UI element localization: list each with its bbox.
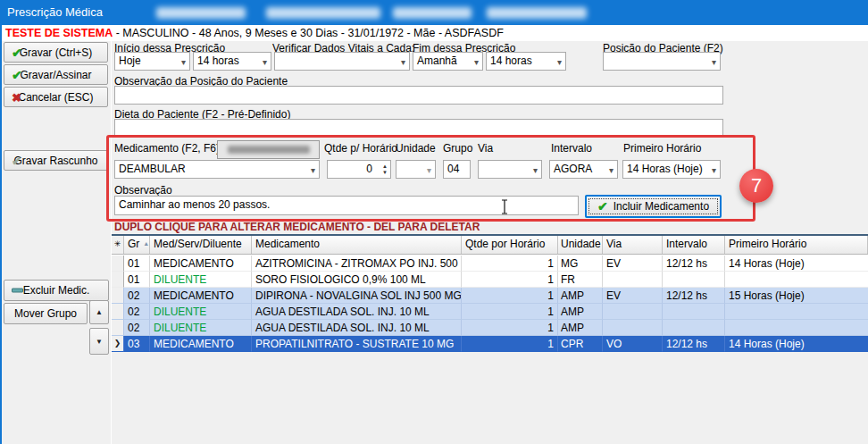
delete-medication-button[interactable]: Excluir Medic. bbox=[4, 280, 109, 301]
vitals-check-combo[interactable] bbox=[274, 52, 410, 71]
end-day-combo[interactable]: Amanhã bbox=[413, 52, 483, 71]
cell-unit: AMP bbox=[558, 304, 603, 320]
table-row[interactable]: 02DILUENTEAGUA DESTILADA SOL. INJ. 10 ML… bbox=[112, 304, 868, 320]
grid-hint-title: DUPLO CLIQUE PARA ALTERAR MEDICAMENTO - … bbox=[114, 221, 480, 233]
cell-interval bbox=[663, 320, 725, 336]
save-button[interactable]: ✔ Gravar (Ctrl+S) bbox=[4, 42, 108, 63]
table-row[interactable]: 01DILUENTESORO FISIOLOGICO 0,9% 100 ML1F… bbox=[112, 272, 868, 288]
check-icon: ✔ bbox=[12, 68, 22, 82]
group-input[interactable]: 04 bbox=[443, 160, 471, 179]
cancel-button[interactable]: ✖ Cancelar (ESC) bbox=[4, 87, 108, 107]
cell-unit: FR bbox=[558, 272, 603, 288]
cell-via bbox=[603, 304, 663, 320]
cell-unit: MG bbox=[558, 256, 603, 272]
move-group-label: Mover Grupo bbox=[14, 307, 77, 320]
qty-spinner[interactable]: 0 ▲ ▼ bbox=[327, 160, 391, 179]
column-header-unit[interactable]: Unidade bbox=[558, 236, 603, 254]
grid-header: ✳ Gr▲Med/Serv/DiluenteMedicamentoQtde po… bbox=[112, 236, 868, 255]
column-header-med[interactable]: Medicamento bbox=[252, 236, 462, 254]
cell-unit: AMP bbox=[558, 320, 603, 336]
grid-corner-icon[interactable]: ✳ bbox=[112, 236, 124, 254]
current-row-indicator[interactable]: ❯ bbox=[112, 336, 124, 352]
cell-interval bbox=[663, 272, 725, 288]
cell-unit: CPR bbox=[558, 336, 603, 352]
cell-med: SORO FISIOLOGICO 0,9% 100 ML bbox=[252, 272, 462, 288]
end-time-combo[interactable]: 14 horas bbox=[486, 52, 566, 71]
table-row[interactable]: 01MEDICAMENTOAZITROMICINA - ZITROMAX PO … bbox=[112, 256, 868, 272]
redacted-text bbox=[228, 146, 310, 154]
start-day-combo[interactable]: Hoje bbox=[114, 52, 190, 71]
save-draft-button-label: Gravar Rascunho bbox=[13, 155, 97, 167]
column-header-qty[interactable]: Qtde por Horário bbox=[462, 236, 558, 254]
column-header-gr[interactable]: Gr▲ bbox=[124, 236, 150, 254]
move-group-up-button[interactable]: ▲ bbox=[89, 300, 109, 324]
cell-qty: 1 bbox=[462, 336, 558, 352]
table-body: 01MEDICAMENTOAZITROMICINA - ZITROMAX PO … bbox=[112, 256, 868, 352]
redacted-text bbox=[266, 7, 380, 19]
cell-first bbox=[725, 320, 868, 336]
delete-medication-label: Excluir Medic. bbox=[23, 284, 90, 297]
move-group-down-button[interactable]: ▼ bbox=[89, 328, 109, 355]
table-row[interactable]: 02MEDICAMENTODIPIRONA - NOVALGINA SOL IN… bbox=[112, 288, 868, 304]
cell-med: AGUA DESTILADA SOL. INJ. 10 ML bbox=[252, 320, 462, 336]
first-time-label: Primeiro Horário bbox=[623, 142, 701, 155]
unit-combo[interactable] bbox=[396, 160, 436, 179]
annotation-badge: 7 bbox=[739, 169, 773, 203]
interval-combo[interactable]: AGORA bbox=[549, 160, 618, 179]
redacted-text bbox=[393, 7, 472, 19]
cell-type: DILUENTE bbox=[150, 320, 252, 336]
column-header-first[interactable]: Primeiro Horário bbox=[725, 236, 868, 254]
first-time-combo[interactable]: 14 Horas (Hoje) bbox=[622, 160, 721, 179]
row-selector[interactable] bbox=[112, 272, 124, 288]
row-selector[interactable] bbox=[112, 256, 124, 272]
patient-details: - MASCULINO - 48 Anos, 9 Meses e 30 Dias… bbox=[113, 27, 504, 39]
start-time-combo[interactable]: 14 horas bbox=[193, 52, 271, 71]
medication-table: ✳ Gr▲Med/Serv/DiluenteMedicamentoQtde po… bbox=[112, 234, 868, 351]
row-selector[interactable] bbox=[112, 320, 124, 336]
cell-gr: 02 bbox=[124, 320, 150, 336]
redacted-button[interactable] bbox=[217, 140, 320, 159]
cell-qty: 1 bbox=[462, 288, 558, 304]
row-selector[interactable] bbox=[112, 304, 124, 320]
via-label: Via bbox=[478, 142, 493, 155]
annotation-badge-number: 7 bbox=[751, 174, 762, 197]
column-header-via[interactable]: Via bbox=[603, 236, 663, 254]
cell-gr: 02 bbox=[124, 288, 150, 304]
include-medication-button[interactable]: ✔ Incluir Medicamento bbox=[585, 195, 722, 218]
save-draft-button[interactable]: ✔ Gravar Rascunho bbox=[4, 150, 108, 171]
cancel-button-label: Cancelar (ESC) bbox=[18, 91, 93, 104]
via-combo[interactable] bbox=[478, 160, 542, 179]
cell-qty: 1 bbox=[462, 320, 558, 336]
medication-combo[interactable]: DEAMBULAR bbox=[114, 160, 320, 179]
ibeam-cursor bbox=[500, 199, 509, 214]
save-sign-button[interactable]: ✔ Gravar/Assinar bbox=[4, 64, 108, 85]
patient-name: TESTE DE SISTEMA bbox=[5, 27, 113, 39]
cell-gr: 01 bbox=[124, 256, 150, 272]
spinner-up-icon[interactable]: ▲ bbox=[382, 163, 388, 169]
position-observation-input[interactable] bbox=[114, 86, 723, 105]
cell-via: EV bbox=[603, 288, 663, 304]
cell-type: MEDICAMENTO bbox=[150, 288, 252, 304]
column-header-type[interactable]: Med/Serv/Diluente bbox=[150, 236, 252, 254]
row-selector[interactable] bbox=[112, 288, 124, 304]
table-row[interactable]: ❯03MEDICAMENTOPROPATILNITRATO - SUSTRATE… bbox=[112, 336, 868, 352]
x-icon: ✖ bbox=[12, 90, 21, 104]
move-group-button[interactable]: Mover Grupo bbox=[4, 303, 88, 324]
redacted-text bbox=[156, 7, 246, 19]
group-label: Grupo bbox=[443, 142, 472, 155]
cell-qty: 1 bbox=[462, 304, 558, 320]
patient-position-combo[interactable] bbox=[603, 52, 721, 71]
window-left-border bbox=[0, 25, 2, 444]
observation-label: Observação bbox=[114, 184, 172, 197]
table-row[interactable]: 02DILUENTEAGUA DESTILADA SOL. INJ. 10 ML… bbox=[112, 320, 868, 336]
cell-via: VO bbox=[603, 336, 663, 352]
remove-icon bbox=[12, 289, 23, 293]
cell-gr: 02 bbox=[124, 304, 150, 320]
cell-med: AGUA DESTILADA SOL. INJ. 10 ML bbox=[252, 304, 462, 320]
save-button-label: Gravar (Ctrl+S) bbox=[20, 46, 93, 59]
observation-input[interactable]: Caminhar ao menos 20 passos. bbox=[114, 196, 579, 215]
medication-label: Medicamento (F2, F6) bbox=[114, 142, 220, 155]
diet-input[interactable] bbox=[114, 119, 723, 138]
column-header-interval[interactable]: Intervalo bbox=[663, 236, 725, 254]
spinner-down-icon[interactable]: ▼ bbox=[382, 170, 388, 175]
